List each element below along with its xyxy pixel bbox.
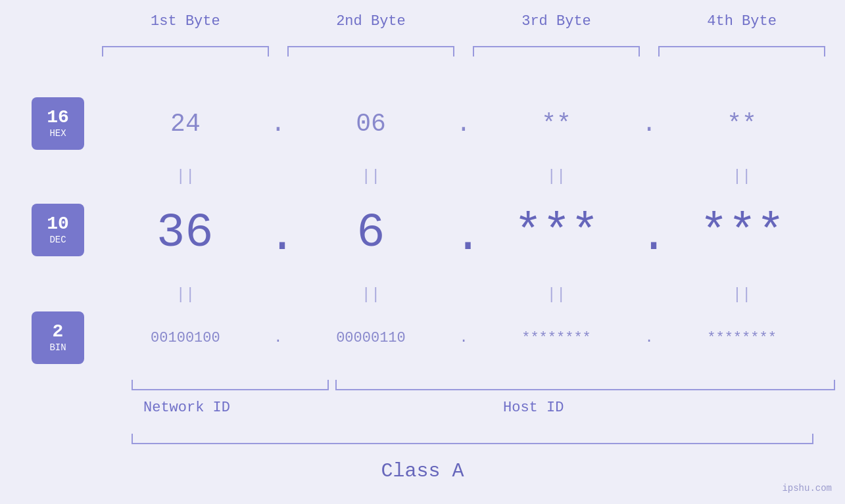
badge-hex-num: 16 bbox=[47, 108, 69, 127]
dec-dot2: . bbox=[454, 213, 473, 260]
class-bracket bbox=[132, 434, 813, 444]
bracket-top-2 bbox=[287, 46, 454, 57]
hex-dot1: . bbox=[269, 110, 287, 138]
byte3-header: 3rd Byte bbox=[473, 13, 640, 30]
dec-byte2: 6 bbox=[288, 210, 454, 257]
bracket-host bbox=[335, 380, 835, 390]
bin-byte4: ******** bbox=[658, 330, 825, 346]
equals-dec-4: || bbox=[658, 286, 825, 304]
hex-row: 24 . 06 . ** . ** bbox=[102, 97, 825, 150]
hex-byte1: 24 bbox=[102, 110, 269, 138]
dec-row: 36 . 6 . *** . *** bbox=[102, 204, 825, 263]
hex-dot2: . bbox=[454, 110, 473, 138]
host-id-label: Host ID bbox=[503, 400, 564, 416]
top-brackets bbox=[102, 46, 825, 57]
bin-dot1: . bbox=[269, 330, 287, 346]
equals-hex-3: || bbox=[473, 168, 640, 185]
badge-bin: 2 BIN bbox=[32, 311, 84, 364]
dec-byte1: 36 bbox=[102, 210, 268, 257]
equals-dec: || || || || bbox=[102, 281, 825, 308]
equals-dec-2: || bbox=[287, 286, 454, 304]
byte-headers: 1st Byte 2nd Byte 3rd Byte 4th Byte bbox=[102, 13, 825, 30]
badge-dec-label: DEC bbox=[49, 235, 66, 245]
equals-hex-4: || bbox=[658, 168, 825, 185]
bin-byte3: ******** bbox=[473, 330, 640, 346]
badge-hex: 16 HEX bbox=[32, 97, 84, 150]
equals-hex-2: || bbox=[287, 168, 454, 185]
hex-byte3: ** bbox=[473, 110, 640, 138]
bin-row: 00100100 . 00000110 . ******** . *******… bbox=[102, 311, 825, 364]
byte1-header: 1st Byte bbox=[102, 13, 269, 30]
bin-byte2: 00000110 bbox=[287, 330, 454, 346]
bracket-top-3 bbox=[473, 46, 640, 57]
dec-dot1: . bbox=[268, 213, 288, 260]
badge-dec-num: 10 bbox=[47, 215, 69, 233]
equals-hex: || || || || bbox=[102, 163, 825, 189]
dec-byte4: *** bbox=[660, 210, 826, 257]
dec-dot3: . bbox=[640, 213, 660, 260]
hex-byte2: 06 bbox=[287, 110, 454, 138]
bracket-top-4 bbox=[658, 46, 825, 57]
badge-hex-label: HEX bbox=[49, 128, 66, 139]
bin-byte1: 00100100 bbox=[102, 330, 269, 346]
bin-dot3: . bbox=[640, 330, 658, 346]
bracket-top-1 bbox=[102, 46, 269, 57]
equals-dec-1: || bbox=[102, 286, 269, 304]
byte2-header: 2nd Byte bbox=[287, 13, 454, 30]
class-label: Class A bbox=[0, 460, 845, 482]
dec-byte3: *** bbox=[473, 210, 640, 257]
watermark: ipshu.com bbox=[782, 483, 832, 493]
badge-bin-num: 2 bbox=[53, 323, 64, 341]
network-id-label: Network ID bbox=[143, 400, 230, 416]
bracket-net bbox=[132, 380, 329, 390]
hex-dot3: . bbox=[640, 110, 658, 138]
main-container: 1st Byte 2nd Byte 3rd Byte 4th Byte 16 H… bbox=[0, 0, 845, 504]
equals-dec-3: || bbox=[473, 286, 640, 304]
bin-dot2: . bbox=[454, 330, 473, 346]
byte4-header: 4th Byte bbox=[658, 13, 825, 30]
hex-byte4: ** bbox=[658, 110, 825, 138]
badge-bin-label: BIN bbox=[49, 342, 66, 353]
equals-hex-1: || bbox=[102, 168, 269, 185]
badge-dec: 10 DEC bbox=[32, 204, 84, 256]
